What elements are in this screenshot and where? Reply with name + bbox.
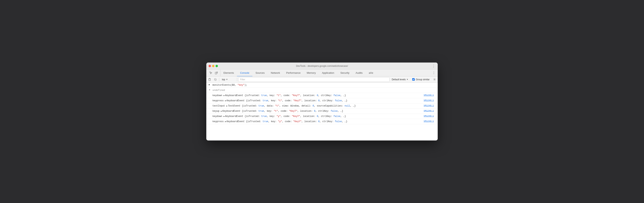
inspect-element-icon[interactable] bbox=[209, 71, 213, 75]
entry-source-link[interactable]: VM1240:1 bbox=[424, 114, 436, 117]
context-select[interactable]: top ▼ bbox=[220, 78, 236, 81]
entry-source-link[interactable]: VM1240:1 bbox=[424, 104, 436, 107]
group-similar-toggle[interactable]: Group similar bbox=[411, 78, 431, 81]
tab-axe[interactable]: aXe bbox=[366, 70, 376, 76]
tab-performance[interactable]: Performance bbox=[283, 70, 304, 76]
entry-content: keydown ▶KeyboardEvent {isTrusted: true,… bbox=[212, 114, 424, 118]
entry-source-link[interactable]: VM1240:1 bbox=[424, 94, 436, 96]
window-menu-icon[interactable]: ⋮ bbox=[432, 64, 435, 68]
entry-source-link[interactable]: VM1240:1 bbox=[424, 99, 436, 102]
entry-gutter: ▶ bbox=[206, 83, 212, 86]
entry-content: keydown ▶KeyboardEvent {isTrusted: true,… bbox=[212, 94, 424, 97]
console-entry-input[interactable]: ▶ monitorEvents($0, "key"); bbox=[206, 83, 438, 88]
settings-button[interactable] bbox=[432, 77, 437, 82]
console-content: ▶ monitorEvents($0, "key"); ◀ undefined … bbox=[206, 83, 438, 140]
block-network-button[interactable] bbox=[213, 77, 218, 82]
filter-input[interactable] bbox=[238, 77, 390, 82]
tab-icon-group bbox=[207, 70, 220, 76]
svg-line-3 bbox=[214, 79, 216, 80]
expand-icon[interactable]: ▶ bbox=[225, 120, 226, 123]
group-similar-checkbox[interactable] bbox=[412, 78, 415, 81]
entry-gutter: ◀ bbox=[206, 88, 212, 91]
titlebar: DevTools - developers.google.com/web/sho… bbox=[206, 63, 438, 70]
entry-gutter bbox=[206, 120, 212, 120]
tab-memory[interactable]: Memory bbox=[304, 70, 319, 76]
toolbar-divider bbox=[219, 78, 219, 81]
console-toolbar: top ▼ Default levels ▼ Group similar bbox=[206, 76, 438, 83]
entry-content: textInput ▶TextEvent {isTrusted: true, d… bbox=[212, 104, 424, 108]
console-entry-log-5[interactable]: keydown ▶KeyboardEvent {isTrusted: true,… bbox=[206, 114, 438, 119]
entry-content: keypress ▶KeyboardEvent {isTrusted: true… bbox=[212, 120, 424, 123]
result-arrow-icon: ◀ bbox=[209, 89, 210, 91]
tab-sources[interactable]: Sources bbox=[252, 70, 268, 76]
console-entry-log-1[interactable]: keydown ▶KeyboardEvent {isTrusted: true,… bbox=[206, 93, 438, 98]
tabs-bar: Elements Console Sources Network Perform… bbox=[206, 70, 438, 76]
levels-arrow-icon: ▼ bbox=[406, 78, 408, 80]
clear-console-button[interactable] bbox=[207, 77, 212, 82]
entry-content: monitorEvents($0, "key"); bbox=[212, 83, 436, 87]
svg-rect-1 bbox=[217, 72, 218, 73]
close-button[interactable] bbox=[209, 65, 211, 67]
tab-console[interactable]: Console bbox=[237, 70, 252, 76]
entry-content: keypress ▶KeyboardEvent {isTrusted: true… bbox=[212, 99, 424, 103]
entry-gutter bbox=[206, 94, 212, 94]
expand-icon[interactable]: ▶ bbox=[224, 115, 225, 118]
console-entry-log-4[interactable]: keyup ▶KeyboardEvent {isTrusted: true, k… bbox=[206, 109, 438, 114]
tab-network[interactable]: Network bbox=[268, 70, 283, 76]
entry-source-link[interactable]: VM1240:1 bbox=[424, 109, 436, 112]
toolbar-divider-2 bbox=[237, 78, 237, 81]
tab-application[interactable]: Application bbox=[319, 70, 338, 76]
levels-select[interactable]: Default levels ▼ bbox=[390, 78, 410, 81]
console-entry-result[interactable]: ◀ undefined bbox=[206, 88, 438, 93]
expand-icon[interactable]: ▶ bbox=[226, 105, 228, 107]
expand-icon[interactable]: ▶ bbox=[224, 94, 225, 97]
entry-gutter bbox=[206, 109, 212, 109]
devtools-window: DevTools - developers.google.com/web/sho… bbox=[206, 63, 438, 140]
window-title: DevTools - developers.google.com/web/sho… bbox=[296, 65, 348, 67]
console-entry-log-3[interactable]: textInput ▶TextEvent {isTrusted: true, d… bbox=[206, 103, 438, 109]
entry-source-link[interactable]: VM1240:1 bbox=[424, 120, 436, 122]
entry-content: undefined bbox=[212, 88, 436, 92]
svg-point-4 bbox=[434, 79, 435, 80]
tab-security[interactable]: Security bbox=[337, 70, 352, 76]
expand-icon[interactable]: ▶ bbox=[225, 99, 226, 102]
traffic-lights bbox=[209, 65, 218, 67]
tab-audits[interactable]: Audits bbox=[352, 70, 366, 76]
prompt-icon: ▶ bbox=[209, 83, 210, 86]
maximize-button[interactable] bbox=[216, 65, 218, 67]
entry-content: keyup ▶KeyboardEvent {isTrusted: true, k… bbox=[212, 109, 424, 113]
console-entry-log-6[interactable]: keypress ▶KeyboardEvent {isTrusted: true… bbox=[206, 119, 438, 124]
more-tabs-icon[interactable]: ⋮ bbox=[431, 70, 437, 76]
context-arrow-icon: ▼ bbox=[226, 78, 228, 80]
console-entry-log-2[interactable]: keypress ▶KeyboardEvent {isTrusted: true… bbox=[206, 98, 438, 103]
device-toolbar-icon[interactable] bbox=[214, 71, 219, 75]
expand-icon[interactable]: ▶ bbox=[221, 110, 222, 113]
minimize-button[interactable] bbox=[212, 65, 214, 67]
svg-rect-0 bbox=[215, 72, 217, 74]
entry-gutter bbox=[206, 114, 212, 115]
tab-elements[interactable]: Elements bbox=[220, 70, 237, 76]
